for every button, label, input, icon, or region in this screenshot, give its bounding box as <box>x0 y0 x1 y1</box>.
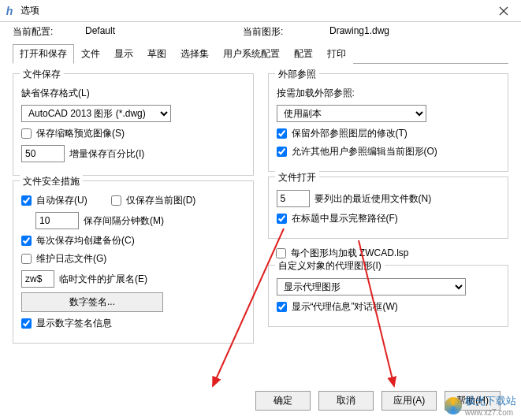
only-current-checkbox[interactable] <box>111 195 121 206</box>
thumbnail-label: 保存缩略预览图像(S) <box>36 127 125 140</box>
incr-save-input[interactable] <box>21 145 65 162</box>
tab-display[interactable]: 显示 <box>107 44 140 64</box>
xref-group: 外部参照 按需加载外部参照: 使用副本 保留外部参照图层的修改(T) 允许其他用… <box>268 73 509 172</box>
proxy-info-label: 显示“代理信息”对话框(W) <box>292 300 398 314</box>
watermark-url: www.xz7.com <box>465 408 516 417</box>
thumbnail-checkbox[interactable] <box>21 128 32 139</box>
xref-legend: 外部参照 <box>275 68 319 81</box>
close-button[interactable] <box>489 0 518 22</box>
app-icon: h <box>3 5 16 17</box>
xref-edit-label: 允许其他用户参照编辑当前图形(O) <box>292 145 437 158</box>
ok-button[interactable]: 确定 <box>255 391 311 411</box>
recent-files-input[interactable] <box>277 190 310 207</box>
file-open-legend: 文件打开 <box>275 171 319 184</box>
window-title: 选项 <box>20 4 489 17</box>
per-drawing-load-label: 每个图形均加载 ZWCAD.lsp <box>291 247 409 260</box>
watermark-logo-icon <box>445 397 462 414</box>
proxy-legend: 自定义对象的代理图形(I) <box>275 259 385 273</box>
save-format-select[interactable]: AutoCAD 2013 图形 (*.dwg) <box>21 105 171 122</box>
autosave-label: 自动保存(U) <box>36 194 87 207</box>
file-safety-legend: 文件安全措施 <box>20 175 83 188</box>
xref-edit-checkbox[interactable] <box>277 147 287 157</box>
current-config-value: Default <box>85 25 243 39</box>
current-drawing-value: Drawing1.dwg <box>329 25 389 39</box>
file-save-group: 文件保存 缺省保存格式(L) AutoCAD 2013 图形 (*.dwg) 保… <box>13 73 254 176</box>
proxy-group: 自定义对象的代理图形(I) 显示代理图形 显示“代理信息”对话框(W) <box>268 265 509 327</box>
tab-user-config[interactable]: 用户系统配置 <box>216 44 287 64</box>
current-drawing-label: 当前图形: <box>243 25 329 39</box>
only-current-label: 仅保存当前图(D) <box>126 194 196 207</box>
show-sig-checkbox[interactable] <box>21 318 32 329</box>
file-open-group: 文件打开 要列出的最近使用文件数(N) 在标题中显示完整路径(F) <box>268 177 509 239</box>
xref-retain-checkbox[interactable] <box>277 128 287 139</box>
interval-input[interactable] <box>35 212 79 229</box>
log-label: 维护日志文件(G) <box>36 252 106 266</box>
file-save-legend: 文件保存 <box>20 68 64 81</box>
file-safety-group: 文件安全措施 自动保存(U) 仅保存当前图(D) 保存间隔分钟数(M) 每次保存… <box>13 180 254 344</box>
tab-open-save[interactable]: 打开和保存 <box>13 44 74 64</box>
recent-files-label: 要列出的最近使用文件数(N) <box>314 192 432 206</box>
tab-draft[interactable]: 草图 <box>140 44 173 64</box>
tab-files[interactable]: 文件 <box>74 44 107 64</box>
default-format-label: 缺省保存格式(L) <box>21 87 90 100</box>
per-drawing-load-checkbox[interactable] <box>276 248 286 258</box>
proxy-info-checkbox[interactable] <box>277 302 287 312</box>
cancel-button[interactable]: 取消 <box>318 391 374 411</box>
fullpath-label: 在标题中显示完整路径(F) <box>292 212 398 225</box>
tab-print[interactable]: 打印 <box>320 44 353 64</box>
watermark-name: 极光下载站 <box>465 394 516 408</box>
show-sig-label: 显示数字签名信息 <box>36 317 112 330</box>
interval-label: 保存间隔分钟数(M) <box>84 214 164 228</box>
backup-checkbox[interactable] <box>21 236 32 246</box>
temp-ext-input[interactable] <box>21 270 54 288</box>
autosave-checkbox[interactable] <box>21 195 32 206</box>
apply-button[interactable]: 应用(A) <box>381 391 437 411</box>
close-icon <box>499 6 508 16</box>
xref-load-select[interactable]: 使用副本 <box>277 105 426 122</box>
tab-config[interactable]: 配置 <box>287 44 320 64</box>
backup-label: 每次保存均创建备份(C) <box>36 234 135 247</box>
tab-selection[interactable]: 选择集 <box>173 44 216 64</box>
log-checkbox[interactable] <box>21 254 32 264</box>
fullpath-checkbox[interactable] <box>277 214 287 224</box>
incr-save-label: 增量保存百分比(I) <box>69 147 144 161</box>
signature-button[interactable]: 数字签名... <box>21 292 163 312</box>
xref-retain-label: 保留外部参照图层的修改(T) <box>292 127 407 140</box>
watermark: 极光下载站 www.xz7.com <box>445 394 516 417</box>
temp-ext-label: 临时文件的扩展名(E) <box>59 273 147 286</box>
current-config-label: 当前配置: <box>13 25 85 39</box>
proxy-select[interactable]: 显示代理图形 <box>277 278 466 295</box>
xref-load-label: 按需加载外部参照: <box>277 87 355 100</box>
